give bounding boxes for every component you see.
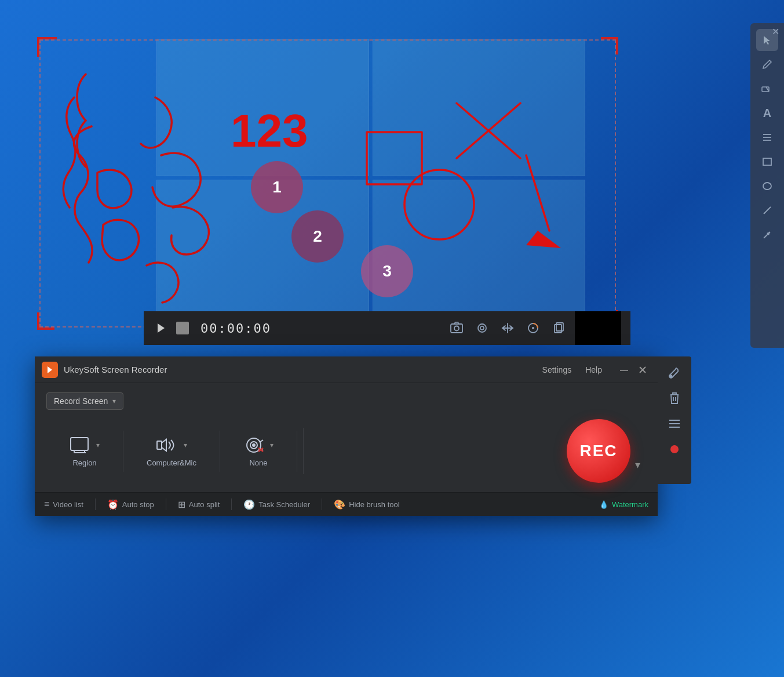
timer-display: 00:00:00 [200,321,271,336]
video-list-button[interactable]: ≡ Video list [44,499,83,509]
brush-color-button[interactable] [524,319,542,337]
rec-button[interactable]: REC [567,419,630,483]
svg-rect-30 [71,438,88,450]
win-tile-4 [373,180,585,316]
camera-label: None [249,458,267,467]
record-dot-button[interactable] [664,439,685,460]
video-list-icon: ≡ [44,499,49,509]
separator-1 [95,498,96,510]
video-list-label: Video list [53,500,83,509]
auto-split-button[interactable]: ⊞ Auto split [178,499,220,510]
hide-brush-label: Hide brush tool [349,500,399,509]
watermark-button[interactable]: 💧 Watermark [599,500,648,509]
rectangle-tool-button[interactable] [756,151,778,173]
svg-rect-33 [157,441,162,449]
controls-row: ▾ Region ▾ Computer&Mic [46,419,646,483]
arrow-tool-button[interactable] [756,224,778,246]
help-menu-button[interactable]: Help [578,363,609,377]
play-button[interactable] [153,320,169,336]
hide-brush-icon: 🎨 [334,499,345,510]
audio-icon-area: ▾ [156,435,187,455]
svg-rect-13 [763,158,771,165]
record-mode-dropdown[interactable]: Record Screen ▾ [46,392,123,410]
region-select-button[interactable] [473,319,491,337]
rec-chevron-icon[interactable]: ▾ [635,458,640,483]
auto-stop-label: Auto stop [122,500,154,509]
win-tile-1 [156,39,369,176]
ellipse-tool-button[interactable] [756,175,778,197]
svg-marker-27 [48,366,52,373]
preview-area [575,311,621,345]
app-icon [42,362,58,378]
win-tile-3 [156,180,369,316]
text-tool-button[interactable]: A [756,102,778,124]
svg-marker-18 [158,323,165,333]
close-toolbar-button[interactable]: ✕ [772,26,779,37]
auto-split-label: Auto split [189,500,220,509]
hide-brush-button[interactable]: 🎨 Hide brush tool [334,499,399,510]
svg-point-14 [763,183,771,190]
title-bar: UkeySoft Screen Recorder Settings Help — [35,356,658,383]
audio-control[interactable]: ▾ Computer&Mic [123,431,220,472]
right-panel [658,356,691,484]
screenshot-button[interactable] [447,319,466,337]
pen-tool-button[interactable] [756,53,778,75]
svg-point-22 [480,326,484,330]
audio-label: Computer&Mic [147,458,196,467]
wrench-button[interactable] [664,362,685,383]
windows-tiles [156,39,585,316]
eraser-tool-button[interactable] [756,78,778,100]
bottom-toolbar: ≡ Video list ⏰ Auto stop ⊞ Auto split 🕐 … [35,492,658,516]
separator-3 [231,498,232,510]
svg-point-36 [253,444,255,446]
playback-bar: 00:00:00 [144,311,630,345]
task-scheduler-label: Task Scheduler [258,500,310,509]
stop-button[interactable] [176,322,189,334]
svg-rect-19 [451,324,462,333]
camera-control[interactable]: ▾ None [220,431,297,472]
audio-chevron-icon: ▾ [184,441,187,449]
region-icon-area: ▾ [70,435,100,455]
watermark-icon: 💧 [599,500,608,509]
separator-4 [322,498,322,510]
svg-marker-7 [764,36,770,45]
move-button[interactable] [498,319,517,337]
svg-point-41 [670,376,672,377]
rec-area: REC ▾ [309,419,646,483]
app-window: UkeySoft Screen Recorder Settings Help —… [35,356,658,516]
svg-line-15 [764,207,771,214]
win-tile-2 [373,39,585,176]
menu-lines-button[interactable] [664,413,685,434]
task-scheduler-button[interactable]: 🕐 Task Scheduler [243,499,310,510]
region-control[interactable]: ▾ Region [46,431,123,472]
svg-point-20 [454,326,459,331]
task-scheduler-icon: 🕐 [243,499,255,510]
app-title: UkeySoft Screen Recorder [64,365,535,374]
chevron-down-icon: ▾ [112,397,116,405]
trash-button[interactable] [664,388,685,409]
minimize-button[interactable]: — [616,362,632,378]
auto-stop-icon: ⏰ [107,499,119,510]
svg-point-21 [478,324,486,332]
region-chevron-icon: ▾ [96,441,100,449]
record-mode-selector: Record Screen ▾ [46,392,646,410]
svg-point-24 [532,327,534,329]
window-controls: — [616,362,651,378]
close-button[interactable] [635,362,651,378]
svg-rect-25 [555,325,561,333]
auto-split-icon: ⊞ [178,499,185,510]
auto-stop-button[interactable]: ⏰ Auto stop [107,499,154,510]
line-tool-button[interactable] [756,199,778,221]
copy-button[interactable] [549,319,568,337]
svg-point-48 [670,445,679,453]
record-mode-label: Record Screen [54,396,108,406]
camera-icon-area: ▾ [243,435,274,455]
separator-2 [166,498,166,510]
watermark-label: Watermark [612,500,648,509]
settings-menu-button[interactable]: Settings [535,363,579,377]
region-label: Region [72,458,96,467]
right-toolbar: ✕ A [750,23,784,348]
camera-chevron-icon: ▾ [270,441,274,449]
app-body: Record Screen ▾ ▾ Region [35,383,658,492]
highlight-tool-button[interactable] [756,126,778,148]
